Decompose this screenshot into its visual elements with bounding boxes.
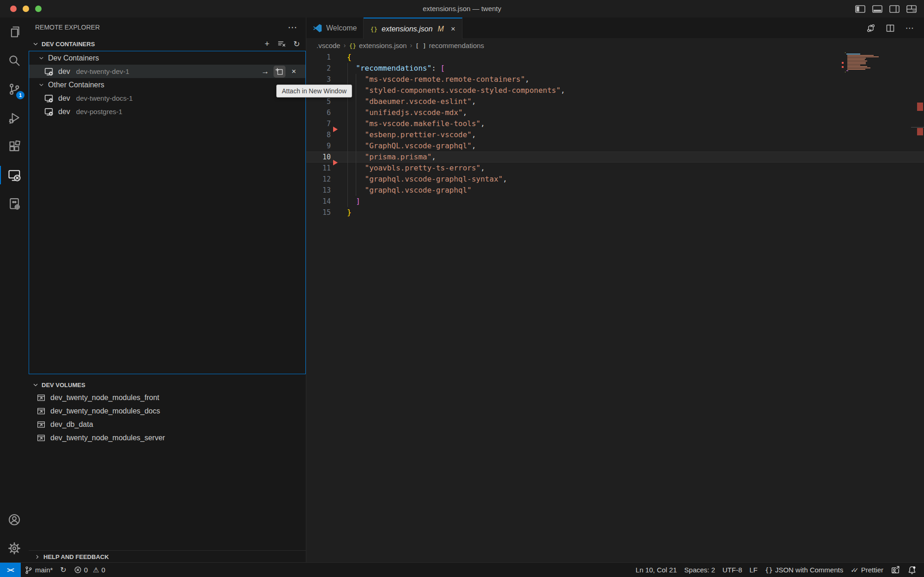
code-line[interactable]: 14 ] (306, 196, 924, 207)
dev-containers-section-header[interactable]: DEV CONTAINERS +↻ (29, 37, 306, 51)
status-label: Ln 10, Col 21 (636, 566, 677, 574)
minimap-line (847, 69, 865, 70)
breadcrumb-separator: › (410, 42, 412, 49)
minimap[interactable] (845, 52, 910, 73)
code-line[interactable]: 1{ (306, 52, 924, 63)
debug-icon (8, 111, 21, 124)
container-description: dev-postgres-1 (76, 108, 122, 115)
volume-item[interactable]: dev_db_data (29, 418, 306, 431)
open-changes-button[interactable] (866, 23, 876, 33)
activity-item-remote-explorer[interactable] (0, 161, 29, 189)
activity-item-settings[interactable] (0, 534, 29, 563)
code-line[interactable]: 8 "esbenp.prettier-vscode", (306, 129, 924, 140)
code-token: : (432, 64, 440, 73)
status-encoding[interactable]: UTF-8 (719, 563, 746, 577)
status-eol[interactable]: LF (746, 563, 761, 577)
more-actions-button[interactable]: ⋯ (905, 23, 915, 33)
indent-guide (356, 140, 356, 152)
toggle-panel-button[interactable] (872, 4, 882, 14)
activity-item-run-debug[interactable] (0, 103, 29, 132)
code-line-text: { (347, 52, 352, 63)
attach-button[interactable]: → (259, 66, 271, 78)
minimap-line (847, 59, 864, 60)
tree-group-row[interactable]: Other Containers (29, 78, 305, 91)
status-language-mode[interactable]: {}JSON with Comments (761, 563, 847, 577)
status-bar-right: Ln 10, Col 21Spaces: 2UTF-8LF{}JSON with… (632, 563, 924, 577)
tab-extensions-json[interactable]: {}extensions.jsonM× (364, 18, 462, 39)
activity-item-search[interactable] (0, 46, 29, 75)
chevron-down-icon (38, 55, 44, 61)
status-indentation[interactable]: Spaces: 2 (681, 563, 719, 577)
status-feedback[interactable] (887, 563, 904, 577)
activity-item-accounts[interactable] (0, 505, 29, 534)
code-line[interactable]: 12 "graphql.vscode-graphql-syntax", (306, 174, 924, 185)
activity-item-extensions[interactable] (0, 132, 29, 161)
status-formatter[interactable]: ✓✓Prettier (847, 563, 887, 577)
code-token: ] (356, 197, 360, 206)
toggle-secondary-sidebar-button[interactable] (889, 4, 900, 14)
indent-guide (356, 174, 356, 185)
minimap-line (847, 62, 866, 63)
activity-item-containers[interactable] (0, 189, 29, 218)
toggle-primary-sidebar-button[interactable] (855, 4, 865, 14)
container-tree-item[interactable]: devdev-postgres-1 (29, 105, 305, 118)
code-token: , (472, 141, 476, 150)
code-line[interactable]: 9 "GraphQL.vscode-graphql", (306, 140, 924, 152)
tab-label: Welcome (326, 24, 357, 32)
code-editor[interactable]: 1{2 "recommendations": [3 "ms-vscode-rem… (306, 52, 924, 563)
volume-item[interactable]: dev_twenty_node_modules_server (29, 431, 306, 444)
stop-button[interactable]: × (288, 66, 300, 78)
status-problems[interactable]: 0⚠0 (70, 563, 109, 577)
help-and-feedback-label: HELP AND FEEDBACK (43, 553, 109, 560)
code-line[interactable]: 13 "graphql.vscode-graphql" (306, 185, 924, 196)
code-line[interactable]: 3 "ms-vscode-remote.remote-containers", (306, 74, 924, 85)
help-and-feedback-section-header[interactable]: HELP AND FEEDBACK (29, 550, 306, 563)
clean-up-button[interactable] (277, 39, 286, 49)
line-number: 2 (306, 63, 331, 74)
code-line[interactable]: 15} (306, 207, 924, 218)
status-label: JSON with Comments (775, 566, 844, 574)
status-cursor-position[interactable]: Ln 10, Col 21 (632, 563, 681, 577)
status-sync[interactable]: ↻ (56, 563, 70, 577)
volume-name: dev_twenty_node_modules_server (50, 434, 165, 442)
container-icon (44, 107, 53, 116)
tab-welcome[interactable]: Welcome (306, 18, 364, 39)
container-tree-item[interactable]: devdev-twenty-dev-1→× (29, 65, 305, 78)
add-button[interactable]: + (262, 39, 272, 49)
breadcrumb-item[interactable]: {}extensions.json (349, 42, 407, 49)
code-token: "styled-components.vscode-styled-compone… (365, 86, 561, 95)
split-editor-button[interactable] (885, 23, 895, 33)
close-icon[interactable]: × (451, 24, 456, 34)
code-line[interactable]: 2 "recommendations": [ (306, 63, 924, 74)
breadcrumb-label: .vscode (316, 42, 340, 49)
code-line[interactable]: 11 "yoavbls.pretty-ts-errors", (306, 163, 924, 174)
breadcrumb-item[interactable]: .vscode (316, 42, 340, 49)
minimap-line (847, 63, 866, 64)
volume-item[interactable]: dev_twenty_node_modules_docs (29, 404, 306, 418)
code-line[interactable]: 7 "ms-vscode.makefile-tools", (306, 118, 924, 129)
activity-item-source-control[interactable]: 1 (0, 75, 29, 103)
code-line[interactable]: 5 "dbaeumer.vscode-eslint", (306, 96, 924, 107)
attach-new-window-button[interactable] (274, 66, 286, 78)
code-line[interactable]: 6 "unifiedjs.vscode-mdx", (306, 107, 924, 118)
breadcrumb-item[interactable]: [ ]recommendations (415, 42, 484, 49)
activity-item-explorer[interactable] (0, 18, 29, 46)
status-branch[interactable]: main* (21, 563, 56, 577)
refresh-button[interactable]: ↻ (292, 39, 301, 49)
volume-item[interactable]: dev_twenty_node_modules_front (29, 391, 306, 404)
code-line[interactable]: 4 "styled-components.vscode-styled-compo… (306, 85, 924, 96)
json-braces-icon: {} (765, 566, 773, 574)
status-notifications[interactable] (904, 563, 920, 577)
remote-indicator-button[interactable]: >< (0, 563, 21, 577)
more-actions-icon[interactable]: ⋯ (288, 25, 298, 30)
container-tree-item[interactable]: devdev-twenty-docs-1 (29, 91, 305, 105)
overview-ruler-deleted-mark (917, 103, 923, 111)
titlebar: extensions.json — twenty (0, 0, 924, 18)
breadcrumb-label: extensions.json (359, 42, 407, 49)
customize-layout-button[interactable] (906, 4, 917, 14)
indent-guide (347, 118, 348, 129)
dev-volumes-section-header[interactable]: DEV VOLUMES (29, 379, 306, 391)
indent-guide (356, 152, 356, 163)
code-line[interactable]: 10 "prisma.prisma", (306, 152, 924, 163)
tree-group-row[interactable]: Dev Containers (29, 51, 305, 65)
